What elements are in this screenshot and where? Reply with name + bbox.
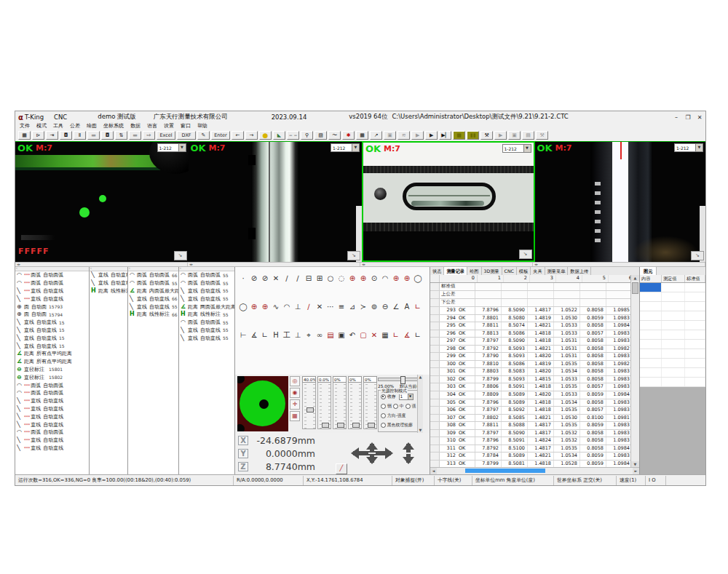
results-data-row[interactable]: 304OK7.88098.50891.48201.05330.80591.098… — [430, 391, 630, 399]
results-data-row[interactable]: 308OK7.88118.50881.48171.05350.80591.098… — [430, 422, 630, 430]
results-fixed-row[interactable]: 上公差 — [430, 291, 630, 299]
camera2-resize-handle[interactable]: ↘ — [347, 251, 360, 260]
tool-icon-2-1[interactable]: ◯ — [238, 301, 248, 312]
tool-icon-3-3[interactable]: ∟ — [260, 330, 270, 340]
light-slider-track[interactable] — [333, 383, 347, 429]
toolbar-button-13[interactable]: ✎ — [197, 131, 210, 140]
toolbar-button-29[interactable]: ▶ — [425, 131, 438, 140]
feature-list-item[interactable]: ◠圆弧自动圆弧55 — [179, 279, 234, 287]
toolbar-button-33[interactable]: ⚒ — [480, 131, 493, 140]
results-data-row[interactable]: 303OK7.88068.50911.48181.05350.80571.098… — [430, 383, 630, 391]
toolbar-button-37[interactable]: ⚒ — [536, 131, 548, 140]
toolbar-button-14[interactable]: Enter — [211, 131, 230, 140]
tool-icon-1-7[interactable]: ⊟ — [304, 273, 314, 284]
camera3-resize-handle[interactable]: ↘ — [519, 250, 532, 259]
element-row[interactable] — [640, 368, 705, 378]
dropdown-arrow-icon[interactable]: ▼ — [408, 394, 413, 399]
results-tab-测量菜单[interactable]: 测量菜单 — [545, 267, 569, 275]
radio-icon[interactable] — [381, 423, 386, 428]
light-slider-thumb[interactable] — [352, 423, 360, 428]
results-data-row[interactable]: 312OK7.87848.50891.48211.05340.80591.098… — [430, 453, 630, 461]
camera-panel-3-selected[interactable]: OK M:7 1-212 ▼ ↘ — [362, 141, 535, 262]
feature-list-item[interactable]: ╲***直线自动直线 — [15, 295, 89, 303]
outline-mode-row[interactable]: 黑色纹理轮廓 — [381, 422, 421, 428]
tool-icon-3-1[interactable]: ⊢ — [238, 330, 248, 340]
results-tab-模板[interactable]: 模板 — [517, 267, 531, 275]
scroll-left-icon[interactable]: ◄ — [430, 468, 437, 474]
ring-rings-icon[interactable]: ◉ — [290, 388, 300, 398]
results-tab-数据上传[interactable]: 数据上传 — [568, 267, 591, 275]
dropdown-arrow-icon[interactable]: ▼ — [178, 144, 186, 151]
dropdown-arrow-icon[interactable]: ▼ — [695, 144, 703, 151]
element-row[interactable] — [640, 340, 705, 349]
feature-list-item[interactable]: ◠圆弧自动圆弧55 — [179, 319, 234, 327]
camera3-range-dropdown[interactable]: 1-212 ▼ — [502, 144, 531, 153]
feature-list-item[interactable]: ╲***直线自动直线 — [15, 437, 89, 445]
toolbar-button-31[interactable]: ■ — [453, 131, 465, 140]
radio-icon[interactable] — [381, 404, 386, 409]
feature-list-item[interactable]: ◠***圆弧自动圆弧 — [15, 428, 89, 437]
feature-list-item[interactable]: ╲直线自动直线34 — [90, 271, 127, 279]
store-value-dropdown[interactable]: 1 ▼ — [399, 394, 414, 400]
toolbar-button-28[interactable]: ▶ — [411, 131, 424, 140]
toolbar-button-8[interactable]: ⇅ — [115, 131, 127, 140]
results-data-row[interactable]: 313OK7.87998.50811.48181.05280.80591.098… — [430, 461, 630, 467]
feature-list-item[interactable]: ╲直线自动直线55 — [128, 303, 178, 311]
feature-list-item[interactable]: ◠***圆弧自动圆弧 — [15, 279, 89, 287]
tab-element[interactable]: 图元 — [640, 267, 657, 275]
camera-panel-1[interactable]: OK M:7 1-212 ▼ FFFFF ↘ — [15, 141, 189, 262]
tool-icon-1-16[interactable]: ⊕ — [402, 273, 412, 284]
tool-icon-1-2[interactable]: ⊘ — [249, 273, 259, 284]
toolbar-button-4[interactable]: ◘ — [60, 131, 72, 140]
tool-icon-1-5[interactable]: ∕ — [282, 273, 292, 284]
brightness-slider[interactable] — [378, 378, 420, 381]
camera4-range-dropdown[interactable]: 1-212 ▼ — [674, 143, 703, 152]
tool-icon-3-4[interactable]: H — [271, 330, 281, 340]
feature-list-item[interactable]: ◠***圆弧自动圆弧 — [15, 271, 89, 279]
tool-icon-3-10[interactable]: ▣ — [336, 330, 347, 340]
menu-item-数据[interactable]: 数据 — [130, 123, 141, 129]
feature-list-item[interactable]: ⊕圆自动圆15794 — [15, 311, 89, 319]
close-button[interactable]: ✕ — [694, 113, 705, 122]
results-hscrollbar[interactable]: ◄ ► — [430, 467, 639, 474]
results-data-row[interactable]: 298OK7.87928.50931.48211.05310.80581.098… — [430, 346, 630, 354]
toolbar-button-10[interactable]: ⇨ — [143, 131, 155, 140]
camera1-hscrollbar[interactable]: ◂▸ — [15, 263, 188, 266]
tool-icon-1-17[interactable]: ◯ — [413, 273, 423, 284]
ring-grid-icon[interactable]: ▦ — [290, 411, 300, 421]
light-slider-thumb[interactable] — [368, 423, 375, 428]
tool-icon-1-6[interactable]: ∕ — [293, 273, 303, 284]
feature-list-item[interactable]: ◠***圆弧自动圆弧 — [15, 389, 89, 397]
light-slider-track[interactable] — [363, 383, 377, 429]
ring-light-preview[interactable] — [237, 376, 288, 431]
feature-list-item[interactable]: ⊖直径标注15802 — [15, 373, 89, 381]
feature-list-item[interactable]: ╲直线自动直线34 — [90, 279, 127, 287]
results-data-row[interactable]: 294OK7.88018.50801.48191.05300.80591.098… — [430, 315, 630, 323]
toolbar-button-23[interactable]: ✱ — [342, 131, 355, 140]
toolbar-button-26[interactable]: ▣ — [384, 131, 396, 140]
toolbar-button-35[interactable]: ▣ — [508, 131, 521, 140]
tool-icon-2-14[interactable]: ⊖ — [380, 301, 390, 312]
feature-list-item[interactable]: ╲直线自动直线55 — [179, 327, 234, 335]
scroll-down-icon[interactable]: ▼ — [631, 461, 639, 467]
store-mode-row[interactable]: 收存 1 ▼ — [381, 394, 421, 400]
toolbar-button-32[interactable]: ▮▮ — [467, 131, 479, 140]
tool-icon-2-9[interactable]: ⋯ — [325, 301, 336, 312]
toolbar-button-19[interactable]: ‒ ‒ — [287, 131, 299, 140]
tool-icon-1-10[interactable]: ◌ — [336, 273, 347, 284]
tool-icon-3-17[interactable]: ∟ — [413, 330, 423, 340]
tool-icon-3-2[interactable]: ∡ — [249, 330, 259, 340]
toolbar-button-5[interactable]: Ⅱ — [74, 131, 86, 140]
menu-item-坐标系统[interactable]: 坐标系统 — [103, 123, 124, 129]
tool-icon-2-5[interactable]: ◠ — [282, 301, 292, 312]
feature-list-item[interactable]: ◠圆弧自动圆弧66 — [128, 271, 178, 279]
radio-icon[interactable] — [381, 413, 386, 418]
feature-list-item[interactable]: ╲直线自动直线55 — [179, 295, 234, 303]
results-data-row[interactable]: 310OK7.87968.50911.48241.05320.80581.098… — [430, 437, 630, 445]
results-tab-夹具[interactable]: 夹具 — [531, 267, 545, 275]
toolbar-button-6[interactable]: ▬ — [87, 131, 100, 140]
toolbar-button-30[interactable]: ▶▏ — [439, 131, 451, 140]
dropdown-arrow-icon[interactable]: ▼ — [352, 144, 359, 151]
tool-icon-1-11[interactable]: ⊕ — [347, 273, 357, 284]
camera3-hscrollbar[interactable]: ◂▸ — [360, 263, 533, 266]
